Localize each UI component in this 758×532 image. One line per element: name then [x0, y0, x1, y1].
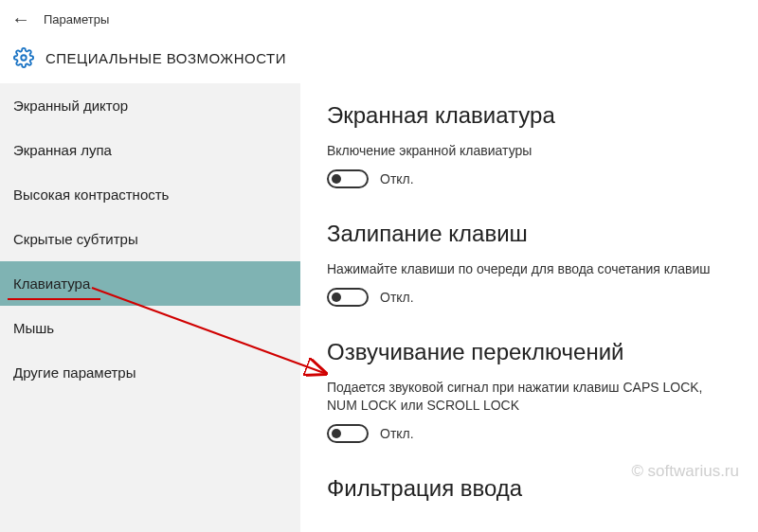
toggle-onscreen-keyboard[interactable]	[327, 169, 369, 188]
back-button[interactable]: ←	[11, 9, 30, 28]
section-title-onscreen-keyboard: Экранная клавиатура	[327, 102, 731, 129]
svg-point-0	[21, 55, 27, 61]
setting-label: Включение экранной клавиатуры	[327, 142, 731, 160]
sidebar-item-label: Другие параметры	[13, 364, 136, 381]
gear-icon	[13, 47, 34, 68]
annotation-underline	[8, 298, 100, 300]
toggle-state: Откл.	[380, 426, 414, 441]
sidebar-item-narrator[interactable]: Экранный диктор	[0, 83, 300, 128]
setting-label: Нажимайте клавиши по очереди для ввода с…	[327, 260, 731, 278]
sidebar-item-label: Высокая контрастность	[13, 186, 169, 203]
app-title: Параметры	[44, 12, 109, 27]
sidebar: Экранный диктор Экранная лупа Высокая ко…	[0, 83, 300, 532]
sidebar-item-keyboard[interactable]: Клавиатура	[0, 261, 300, 306]
category-title: СПЕЦИАЛЬНЫЕ ВОЗМОЖНОСТИ	[45, 50, 286, 66]
toggle-state: Откл.	[380, 290, 414, 305]
sidebar-item-high-contrast[interactable]: Высокая контрастность	[0, 172, 300, 217]
sidebar-item-label: Экранный диктор	[13, 98, 128, 114]
setting-label: Подается звуковой сигнал при нажатии кла…	[327, 379, 731, 415]
sidebar-item-label: Скрытые субтитры	[13, 231, 138, 247]
sidebar-item-mouse[interactable]: Мышь	[0, 306, 300, 350]
sidebar-item-other[interactable]: Другие параметры	[0, 350, 300, 395]
sidebar-item-closed-captions[interactable]: Скрытые субтитры	[0, 217, 300, 261]
sidebar-item-label: Клавиатура	[13, 275, 90, 292]
sidebar-item-magnifier[interactable]: Экранная лупа	[0, 128, 300, 172]
section-title-toggle-keys: Озвучивание переключений	[327, 339, 731, 365]
toggle-toggle-keys[interactable]	[327, 424, 369, 443]
toggle-state: Откл.	[380, 171, 414, 186]
sidebar-item-label: Мышь	[13, 320, 54, 336]
section-title-sticky-keys: Залипание клавиш	[327, 221, 731, 247]
toggle-sticky-keys[interactable]	[327, 288, 369, 307]
watermark: © softwarius.ru	[631, 462, 739, 481]
sidebar-item-label: Экранная лупа	[13, 142, 112, 158]
